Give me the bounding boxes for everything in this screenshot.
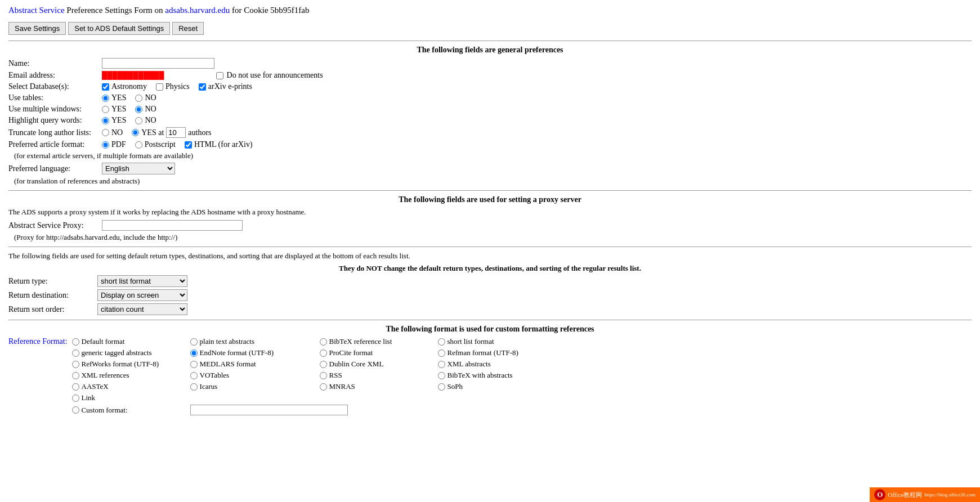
divider-2 (8, 190, 972, 191)
custom-format-input[interactable] (190, 405, 348, 415)
ref-dublin-radio[interactable] (320, 361, 327, 368)
divider-4 (8, 320, 972, 320)
ref-refworks-radio[interactable] (72, 361, 79, 368)
ref-xml-abstracts-radio[interactable] (438, 361, 445, 368)
use-tables-yes-radio[interactable] (102, 95, 109, 102)
truncate-yes-radio[interactable] (132, 129, 139, 136)
ref-short-radio[interactable] (438, 338, 445, 346)
postscript-radio[interactable] (135, 141, 142, 149)
divider-3 (8, 246, 972, 247)
ref-link-radio[interactable] (72, 395, 79, 402)
physics-checkbox[interactable] (156, 83, 163, 91)
highlight-label: Highlight query words: (8, 116, 99, 125)
use-tables-radios: YES NO (102, 93, 156, 102)
page-title: Abstract Service Preference Settings For… (8, 6, 972, 15)
use-multiple-label: Use multiple windows: (8, 105, 99, 114)
select-db-row: Select Database(s): Astronomy Physics ar… (8, 82, 972, 91)
use-multiple-yes-radio[interactable] (102, 106, 109, 113)
return-note2: They do NOT change the default return ty… (8, 264, 972, 273)
ref-option-soph: SoPh (438, 382, 556, 391)
ref-generic-radio[interactable] (72, 349, 79, 357)
proxy-section-header: The following fields are used for settin… (8, 195, 972, 204)
ref-option-xml-refs: XML references (72, 371, 190, 380)
highlight-radios: YES NO (102, 116, 156, 125)
reset-button[interactable]: Reset (172, 22, 204, 35)
astronomy-label: Astronomy (111, 82, 147, 91)
use-multiple-yes: YES (102, 105, 126, 114)
ref-icarus-radio[interactable] (190, 383, 198, 391)
truncate-yes-radio-item: YES at authors (132, 127, 211, 138)
ref-bibtex-radio[interactable] (320, 338, 327, 346)
name-input[interactable] (102, 58, 214, 69)
ref-refman-radio[interactable] (438, 349, 445, 357)
highlight-yes: YES (102, 116, 126, 125)
format-note: (for external article servers, if multip… (14, 151, 972, 160)
return-sort-select[interactable]: citation count date normalized citations… (97, 303, 187, 315)
pdf-radio-item: PDF (102, 140, 126, 149)
use-tables-no-radio[interactable] (135, 95, 142, 102)
ref-votables-radio[interactable] (190, 372, 198, 379)
highlight-no-radio[interactable] (135, 117, 142, 124)
set-default-button[interactable]: Set to ADS Default Settings (68, 22, 170, 35)
abstract-service-link[interactable]: Abstract Service (8, 6, 65, 15)
ref-mnras-radio[interactable] (320, 383, 327, 391)
ref-medlars-radio[interactable] (190, 361, 198, 368)
lang-note: (for translation of references and abstr… (14, 177, 972, 186)
ref-default-radio[interactable] (72, 338, 79, 346)
harvard-link[interactable]: adsabs.harvard.edu (165, 6, 230, 15)
return-dest-row: Return destination: Display on screen Re… (8, 289, 972, 301)
language-select[interactable]: English French German Spanish (102, 163, 175, 174)
ref-option-link: Link (72, 393, 190, 402)
use-multiple-row: Use multiple windows: YES NO (8, 105, 972, 114)
physics-label: Physics (165, 82, 190, 91)
ref-option-endnote: EndNote format (UTF-8) (190, 348, 320, 357)
arxiv-checkbox[interactable] (199, 83, 206, 91)
custom-format-section: The following format is used for custom … (8, 325, 972, 415)
truncate-at-input[interactable] (166, 127, 186, 138)
return-section: The following fields are used for settin… (8, 252, 972, 315)
html-checkbox-item: HTML (for arXiv) (185, 140, 253, 149)
return-type-row: Return type: short list format standard … (8, 275, 972, 287)
return-sort-label: Return sort order: (8, 305, 93, 314)
email-row: Email address: ████████████ Do not use f… (8, 71, 972, 80)
ref-aastex-radio[interactable] (72, 383, 79, 391)
proxy-section: The following fields are used for settin… (8, 195, 972, 242)
ref-option-refworks: RefWorks format (UTF-8) (72, 360, 190, 369)
html-checkbox[interactable] (185, 141, 192, 149)
ref-format-label: Reference Format: (8, 337, 68, 346)
truncate-label: Truncate long author lists: (8, 128, 99, 137)
custom-format-header: The following format is used for custom … (8, 325, 972, 334)
ref-procite-radio[interactable] (320, 349, 327, 357)
ref-rss-radio[interactable] (320, 372, 327, 379)
use-tables-yes: YES (102, 93, 126, 102)
ref-bibtex-abstracts-radio[interactable] (438, 372, 445, 379)
ref-endnote-radio[interactable] (190, 349, 198, 357)
proxy-label: Abstract Service Proxy: (8, 221, 99, 230)
ref-option-generic: generic tagged abstracts (72, 348, 190, 357)
ref-option-custom: Custom format: (72, 405, 190, 415)
ref-custom-radio[interactable] (72, 406, 79, 414)
astronomy-checkbox[interactable] (102, 83, 109, 91)
proxy-row: Abstract Service Proxy: (8, 220, 972, 231)
do-not-use-label: Do not use for announcements (227, 71, 323, 80)
save-settings-button[interactable]: Save Settings (8, 22, 66, 35)
proxy-input[interactable] (102, 220, 243, 231)
ref-plain-radio[interactable] (190, 338, 198, 346)
return-sort-row: Return sort order: citation count date n… (8, 303, 972, 315)
return-dest-select[interactable]: Display on screen Retrieve to disk (97, 289, 187, 301)
ref-format-link[interactable]: Reference Format: (8, 337, 68, 346)
ref-option-xml-abstracts: XML abstracts (438, 360, 556, 369)
truncate-no-radio[interactable] (102, 129, 109, 136)
use-multiple-no-radio[interactable] (135, 106, 142, 113)
do-not-use-checkbox[interactable] (216, 72, 223, 79)
pref-lang-label: Preferred language: (8, 164, 99, 173)
ref-option-rss: RSS (320, 371, 438, 380)
return-type-select[interactable]: short list format standard format full f… (97, 275, 187, 287)
pdf-radio[interactable] (102, 141, 109, 149)
ref-soph-radio[interactable] (438, 383, 445, 391)
ref-option-votables: VOTables (190, 371, 320, 380)
ref-xml-refs-radio[interactable] (72, 372, 79, 379)
divider-1 (8, 41, 972, 41)
ref-option-short: short list format (438, 337, 556, 346)
highlight-yes-radio[interactable] (102, 117, 109, 124)
